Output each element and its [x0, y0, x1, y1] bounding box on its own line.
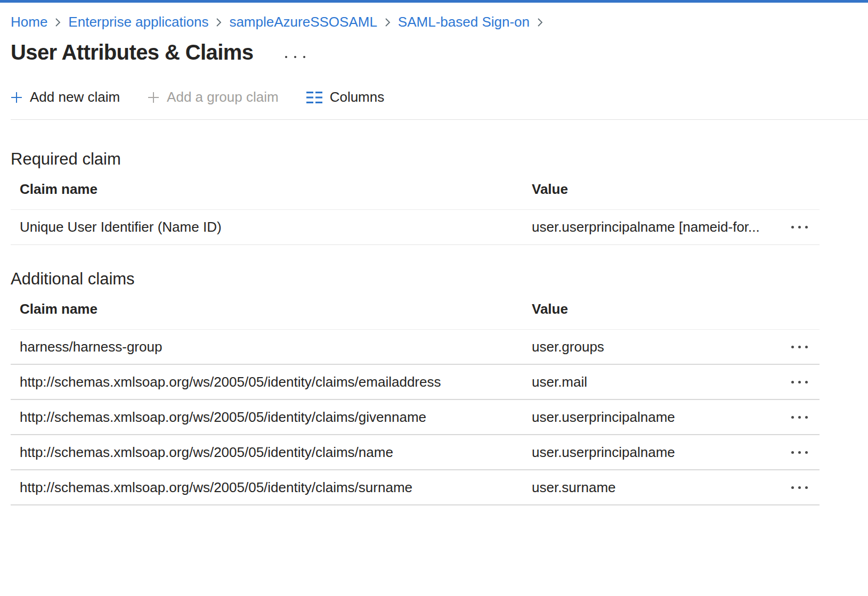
table-row[interactable]: http://schemas.xmlsoap.org/ws/2005/05/id…: [11, 435, 820, 470]
claim-name-cell: http://schemas.xmlsoap.org/ws/2005/05/id…: [20, 374, 532, 390]
columns-icon: [306, 91, 322, 104]
breadcrumb-saml-sign-on[interactable]: SAML-based Sign-on: [398, 13, 530, 31]
claim-value-cell: user.userprincipalname [nameid-for...: [532, 219, 772, 235]
ellipsis-dot-icon: [791, 346, 794, 348]
columns-label: Columns: [330, 89, 385, 105]
plus-icon: [148, 92, 159, 103]
chevron-right-icon: [384, 17, 391, 28]
ellipsis-dot-icon: [798, 346, 801, 348]
ellipsis-dot-icon: [791, 486, 794, 489]
ellipsis-dot-icon: [791, 381, 794, 383]
ellipsis-dot-icon: [798, 416, 801, 419]
chevron-right-icon: [537, 17, 543, 28]
add-new-claim-label: Add new claim: [30, 89, 120, 105]
claim-name-cell: Unique User Identifier (Name ID): [20, 219, 532, 235]
column-header-value: Value: [532, 181, 772, 198]
title-row: User Attributes & Claims: [11, 40, 868, 64]
chevron-right-icon: [215, 17, 222, 28]
breadcrumb-sample-app[interactable]: sampleAzureSSOSAML: [229, 13, 377, 31]
table-header-row: Claim name Value: [11, 289, 820, 330]
claim-value-cell: user.mail: [532, 374, 772, 390]
page-content: Home Enterprise applications sampleAzure…: [0, 13, 868, 505]
table-row[interactable]: Unique User Identifier (Name ID) user.us…: [11, 210, 820, 245]
required-claim-section: Required claim Claim name Value Unique U…: [11, 150, 868, 245]
ellipsis-dot-icon: [791, 226, 794, 228]
row-context-menu-button[interactable]: [788, 225, 820, 229]
claim-value-cell: user.userprincipalname: [532, 409, 772, 426]
ellipsis-dot-icon: [294, 56, 296, 58]
additional-claims-section: Additional claims Claim name Value harne…: [11, 270, 868, 505]
column-header-claim-name: Claim name: [20, 301, 532, 317]
claim-name-cell: http://schemas.xmlsoap.org/ws/2005/05/id…: [20, 409, 532, 426]
ellipsis-dot-icon: [791, 451, 794, 454]
table-row[interactable]: http://schemas.xmlsoap.org/ws/2005/05/id…: [11, 470, 820, 505]
claim-name-cell: http://schemas.xmlsoap.org/ws/2005/05/id…: [20, 444, 532, 461]
ellipsis-dot-icon: [805, 346, 808, 348]
table-row[interactable]: http://schemas.xmlsoap.org/ws/2005/05/id…: [11, 400, 820, 435]
ellipsis-dot-icon: [798, 451, 801, 454]
add-new-claim-button[interactable]: Add new claim: [11, 89, 120, 105]
row-context-menu-button[interactable]: [788, 415, 820, 419]
table-row[interactable]: harness/harness-group user.groups: [11, 330, 820, 365]
claim-name-cell: harness/harness-group: [20, 339, 532, 355]
ellipsis-dot-icon: [798, 486, 801, 489]
add-group-claim-button[interactable]: Add a group claim: [148, 89, 279, 105]
claim-value-cell: user.surname: [532, 479, 772, 496]
table-header-row: Claim name Value: [11, 169, 820, 210]
command-toolbar: Add new claim Add a group claim Columns: [11, 89, 868, 120]
top-accent-bar: [0, 0, 868, 3]
row-context-menu-button[interactable]: [788, 345, 820, 349]
add-group-claim-label: Add a group claim: [167, 89, 279, 105]
additional-claims-heading: Additional claims: [11, 270, 868, 289]
breadcrumb-home[interactable]: Home: [11, 13, 47, 31]
row-context-menu-button[interactable]: [788, 486, 820, 489]
row-context-menu-button[interactable]: [788, 380, 820, 384]
ellipsis-dot-icon: [791, 416, 794, 419]
column-header-value: Value: [532, 301, 772, 317]
ellipsis-dot-icon: [805, 226, 808, 228]
column-header-claim-name: Claim name: [20, 181, 532, 198]
ellipsis-dot-icon: [805, 381, 808, 383]
ellipsis-dot-icon: [285, 56, 287, 58]
ellipsis-dot-icon: [805, 451, 808, 454]
required-claim-heading: Required claim: [11, 150, 868, 169]
ellipsis-dot-icon: [303, 56, 305, 58]
claim-name-cell: http://schemas.xmlsoap.org/ws/2005/05/id…: [20, 479, 532, 496]
chevron-right-icon: [54, 17, 61, 28]
page-more-menu-button[interactable]: [283, 54, 307, 60]
table-row[interactable]: http://schemas.xmlsoap.org/ws/2005/05/id…: [11, 365, 820, 400]
breadcrumb: Home Enterprise applications sampleAzure…: [11, 13, 868, 31]
breadcrumb-enterprise-applications[interactable]: Enterprise applications: [68, 13, 208, 31]
required-claim-table: Claim name Value Unique User Identifier …: [11, 169, 820, 245]
claim-value-cell: user.userprincipalname: [532, 444, 772, 461]
row-context-menu-button[interactable]: [788, 451, 820, 454]
ellipsis-dot-icon: [805, 486, 808, 489]
plus-icon: [11, 92, 22, 103]
claim-value-cell: user.groups: [532, 339, 772, 355]
page-title: User Attributes & Claims: [11, 40, 253, 64]
additional-claims-table: Claim name Value harness/harness-group u…: [11, 289, 820, 505]
ellipsis-dot-icon: [798, 226, 801, 228]
ellipsis-dot-icon: [805, 416, 808, 419]
ellipsis-dot-icon: [798, 381, 801, 383]
columns-button[interactable]: Columns: [306, 89, 385, 105]
